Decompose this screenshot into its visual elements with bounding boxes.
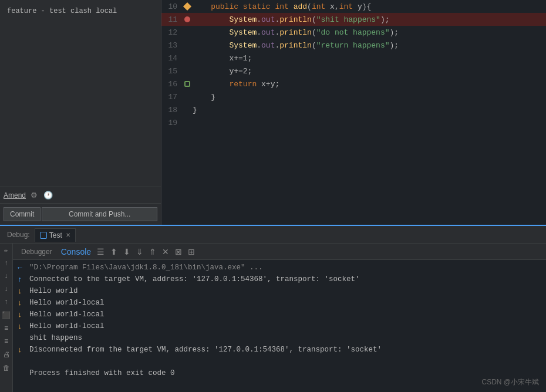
console-arrow: ↑ (18, 275, 29, 284)
commit-buttons: Commit Commit and Push... (0, 203, 161, 225)
console-line: ↑Connected to the target VM, address: '1… (18, 275, 541, 287)
line-content: System.out.println("return happens"); (193, 41, 399, 50)
commit-button[interactable]: Commit (4, 207, 41, 221)
print-icon[interactable]: 🖨 (3, 350, 10, 359)
console-tab-label: Console (61, 247, 91, 256)
code-line: 13 System.out.println("return happens"); (161, 39, 546, 52)
test-tab[interactable]: Test ✕ (35, 228, 76, 242)
test-tab-close[interactable]: ✕ (66, 232, 70, 238)
line-number: 12 (161, 28, 182, 37)
pen-icon[interactable]: ✏ (4, 246, 8, 255)
code-lines: 10 public static int add(int x,int y){11… (161, 0, 546, 225)
amend-label: Amend (4, 191, 26, 200)
debugger-tab[interactable]: Debugger (16, 245, 57, 258)
console-line (18, 357, 541, 369)
line-number: 11 (161, 15, 182, 24)
console-line: Process finished with exit code 0 (18, 369, 541, 381)
commit-message-text: feature - test clash local (5, 5, 156, 182)
arrow-down2-icon[interactable]: ↓ (4, 285, 8, 293)
scroll-up-icon[interactable]: ⬆ (109, 246, 119, 257)
commit-and-push-button[interactable]: Commit and Push... (42, 207, 157, 221)
code-line: 10 public static int add(int x,int y){ (161, 0, 546, 13)
line-gutter (182, 81, 193, 87)
console-line: ↓Disconnected from the target VM, addres… (18, 346, 541, 357)
code-line: 17 } (161, 90, 546, 103)
line-number: 10 (161, 2, 182, 11)
main-area: feature - test clash local Amend ⚙ 🕐 Com… (0, 0, 546, 225)
code-line: 19 (161, 116, 546, 129)
line-content: x+=1; (193, 54, 252, 63)
scroll-up2-icon[interactable]: ⇑ (147, 246, 158, 257)
console-tab-btn[interactable]: Console (59, 246, 93, 257)
console-text: Hello world (29, 287, 78, 295)
console-arrow: ← (18, 263, 29, 272)
console-arrow: ↓ (18, 287, 29, 296)
settings-icon[interactable]: ⚙ (29, 190, 39, 201)
code-panel: 10 public static int add(int x,int y){11… (161, 0, 546, 225)
settings2-btn[interactable]: ⊞ (186, 246, 197, 257)
console-text: shit happens (29, 334, 82, 342)
line-content: public static int add(int x,int y){ (193, 2, 371, 11)
console-text: Hello world-local (29, 322, 105, 330)
commit-message-area: feature - test clash local (0, 0, 161, 187)
scroll-down2-icon[interactable]: ⇓ (134, 246, 145, 257)
line-gutter (182, 4, 193, 9)
line-content: System.out.println("shit happens"); (193, 15, 390, 24)
code-line: 11 System.out.println("shit happens"); (161, 13, 546, 26)
trash-icon[interactable]: 🗑 (3, 364, 10, 373)
breakpoint-dot[interactable] (184, 16, 190, 22)
arrow-up-icon[interactable]: ↑ (4, 259, 8, 268)
line-number: 17 (161, 93, 182, 102)
console-text: Process finished with exit code 0 (29, 369, 175, 377)
left-side-icons: ✏ ↑ ↓ ↓ ↑ ⬛ ≡ ≡ 🖨 🗑 (0, 244, 13, 392)
bottom-tabs-bar: Debug: Test ✕ (0, 226, 546, 244)
line-content: } (193, 106, 197, 114)
code-line: 16 return x+y; (161, 77, 546, 90)
console-text: "D:\Program Files\Java\jdk1.8.0_181\bin\… (29, 263, 263, 272)
console-arrow: ↓ (18, 346, 29, 354)
line-content: y+=2; (193, 67, 252, 76)
bottom-panel: Debug: Test ✕ ✏ ↑ ↓ ↓ ↑ ⬛ ≡ ≡ 🖨 🗑 Debugg… (0, 225, 546, 392)
arrow-down-icon[interactable]: ↓ (4, 272, 8, 281)
line-content: } (193, 93, 215, 102)
line-number: 18 (161, 106, 182, 114)
test-tab-icon (40, 232, 47, 239)
console-text: Disconnected from the target VM, address… (29, 346, 382, 354)
stop-icon[interactable]: ⬛ (2, 311, 11, 320)
line-number: 16 (161, 80, 182, 89)
stop-btn[interactable]: ✕ (160, 246, 171, 257)
debug-label: Debug: (5, 229, 32, 240)
clear-btn[interactable]: ⊠ (173, 246, 184, 257)
diamond-marker (183, 2, 191, 11)
console-arrow: ↓ (18, 322, 29, 331)
code-line: 12 System.out.println("do not happens"); (161, 26, 546, 39)
bottom-wrapper: Debugger Console ☰ ⬆ ⬇ ⇓ ⇑ ✕ ⊠ ⊞ ←"D:\Pr… (13, 244, 546, 392)
line-number: 13 (161, 41, 182, 50)
code-line: 18} (161, 103, 546, 116)
format-icon[interactable]: ☰ (95, 246, 106, 257)
line-number: 19 (161, 119, 182, 127)
line-content: System.out.println("do not happens"); (193, 28, 399, 37)
arrow-up2-icon[interactable]: ↑ (4, 298, 8, 306)
console-line: ↓Hello world-local (18, 322, 541, 334)
list2-icon[interactable]: ≡ (4, 337, 8, 346)
line-gutter (182, 16, 193, 22)
history-icon[interactable]: 🕐 (42, 190, 54, 201)
console-line: ↓Hello world (18, 287, 541, 299)
console-output: ←"D:\Program Files\Java\jdk1.8.0_181\bin… (13, 260, 546, 392)
test-tab-label: Test (49, 231, 62, 239)
console-arrow: ↓ (18, 299, 29, 307)
watermark: CSDN @小宋牛斌 (481, 377, 539, 387)
console-toolbar: Debugger Console ☰ ⬆ ⬇ ⇓ ⇑ ✕ ⊠ ⊞ (13, 244, 546, 260)
bookmark-marker (184, 81, 190, 87)
code-line: 15 y+=2; (161, 65, 546, 77)
console-arrow: ↓ (18, 310, 29, 319)
console-line: ↓Hello world-local (18, 299, 541, 310)
list-icon[interactable]: ≡ (4, 325, 8, 333)
line-number: 14 (161, 54, 182, 63)
amend-bar: Amend ⚙ 🕐 (0, 187, 161, 203)
scroll-down-icon[interactable]: ⬇ (122, 246, 132, 257)
console-text: Connected to the target VM, address: '12… (29, 275, 360, 283)
console-text: Hello world-local (29, 299, 105, 307)
console-line: ↓Hello world-local (18, 310, 541, 322)
